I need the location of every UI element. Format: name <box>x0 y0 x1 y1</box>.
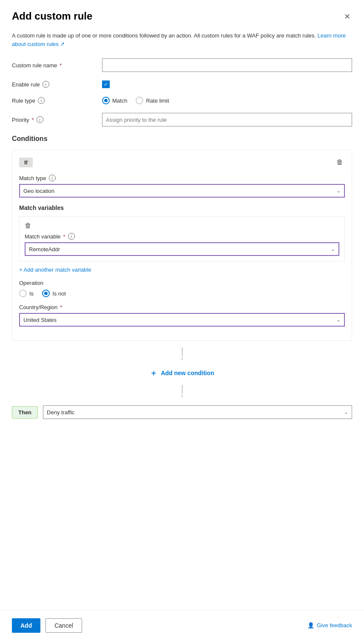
conditions-section-title: Conditions <box>12 135 352 143</box>
priority-info-icon[interactable]: i <box>37 116 43 123</box>
enable-rule-checkbox[interactable]: ✓ <box>102 80 110 88</box>
rule-type-info-icon[interactable]: i <box>38 97 45 104</box>
enable-rule-info-icon[interactable]: i <box>43 81 49 88</box>
is-not-label: Is not <box>52 290 66 297</box>
match-type-chevron-icon: ⌄ <box>336 188 341 194</box>
match-variable-dropdown[interactable]: RemoteAddr ⌄ <box>25 242 339 256</box>
match-variable-chevron-icon: ⌄ <box>331 246 335 252</box>
footer-actions: Add Cancel <box>12 618 82 633</box>
rate-limit-radio-label: Rate limit <box>146 98 169 104</box>
is-radio-option[interactable]: Is <box>19 290 34 297</box>
if-badge: If <box>19 158 33 167</box>
is-not-radio-option[interactable]: Is not <box>42 290 66 297</box>
required-star: * <box>60 62 62 69</box>
cancel-button[interactable]: Cancel <box>46 618 82 633</box>
custom-rule-name-label: Custom rule name * <box>12 62 97 69</box>
checkbox-check-icon: ✓ <box>104 81 108 87</box>
operation-radios: Is Is not <box>19 290 345 297</box>
match-variable-delete-icon[interactable]: 🗑 <box>25 222 339 230</box>
priority-required-star: * <box>31 117 34 123</box>
country-value: United States <box>23 317 57 323</box>
is-not-radio-inner <box>44 292 48 295</box>
then-action-dropdown[interactable]: Deny traffic ⌄ <box>43 405 352 419</box>
is-not-radio-button[interactable] <box>42 290 50 297</box>
match-variable-required-star: * <box>63 233 65 240</box>
country-chevron-icon: ⌄ <box>336 317 341 323</box>
priority-label: Priority * i <box>12 116 97 123</box>
add-condition-label: Add new condition <box>161 370 214 376</box>
is-label: Is <box>29 290 34 297</box>
arrow-down-1: ↓ <box>12 347 352 361</box>
country-required-star: * <box>60 304 62 310</box>
priority-input[interactable] <box>102 113 352 126</box>
arrow-head-1: ↓ <box>181 354 184 361</box>
match-type-field-label: Match type i <box>19 175 345 181</box>
match-radio-label: Match <box>112 98 127 104</box>
rule-type-radio-group: Match Rate limit <box>102 97 169 104</box>
match-variable-card: 🗑 Match variable * i RemoteAddr ⌄ <box>19 216 345 261</box>
add-match-variable-link[interactable]: + Add another match variable <box>19 267 345 273</box>
condition-delete-icon[interactable]: 🗑 <box>335 157 345 168</box>
custom-rule-name-input[interactable] <box>102 58 352 72</box>
add-match-variable-label: + Add another match variable <box>19 267 91 273</box>
then-row: Then Deny traffic ⌄ <box>12 405 352 419</box>
add-condition-plus-icon: ＋ <box>150 368 157 378</box>
panel-title: Add custom rule <box>12 10 92 22</box>
match-radio-option[interactable]: Match <box>102 97 127 104</box>
country-section: Country/Region * United States ⌄ <box>19 304 345 327</box>
then-action-value: Deny traffic <box>47 409 75 416</box>
is-radio-button[interactable] <box>19 290 27 297</box>
arrow-down-2: ↓ <box>12 385 352 399</box>
match-type-value: Geo location <box>23 188 54 194</box>
footer: Add Cancel 👤 Give feedback <box>0 610 364 640</box>
match-radio-button[interactable] <box>102 97 110 104</box>
add-condition-button[interactable]: ＋ Add new condition <box>150 366 214 380</box>
feedback-person-icon: 👤 <box>307 622 314 629</box>
description-text: A custom rule is made up of one or more … <box>12 32 352 48</box>
then-chevron-icon: ⌄ <box>344 409 348 415</box>
enable-rule-label: Enable rule i <box>12 81 97 88</box>
match-type-info-icon[interactable]: i <box>49 175 56 181</box>
match-type-dropdown[interactable]: Geo location ⌄ <box>19 184 345 198</box>
operation-label: Operation <box>19 280 345 286</box>
arrow-head-2: ↓ <box>181 392 184 399</box>
match-radio-inner <box>104 99 108 102</box>
match-variable-field-label: Match variable * i <box>25 233 339 240</box>
rate-limit-radio-button[interactable] <box>136 97 143 104</box>
rule-type-label: Rule type i <box>12 97 97 104</box>
give-feedback-link[interactable]: 👤 Give feedback <box>307 622 352 629</box>
country-region-dropdown[interactable]: United States ⌄ <box>19 313 345 327</box>
rate-limit-radio-option[interactable]: Rate limit <box>136 97 169 104</box>
country-region-label: Country/Region * <box>19 304 345 310</box>
condition-card: If 🗑 Match type i Geo location ⌄ Match v… <box>12 149 352 341</box>
feedback-label: Give feedback <box>317 622 352 629</box>
match-variable-info-icon[interactable]: i <box>68 233 75 240</box>
operation-section: Operation Is Is not <box>19 280 345 297</box>
match-variables-title: Match variables <box>19 204 345 211</box>
match-variable-value: RemoteAddr <box>29 246 60 253</box>
close-button[interactable]: ✕ <box>342 10 352 23</box>
add-button[interactable]: Add <box>12 618 40 633</box>
then-badge: Then <box>12 406 38 419</box>
